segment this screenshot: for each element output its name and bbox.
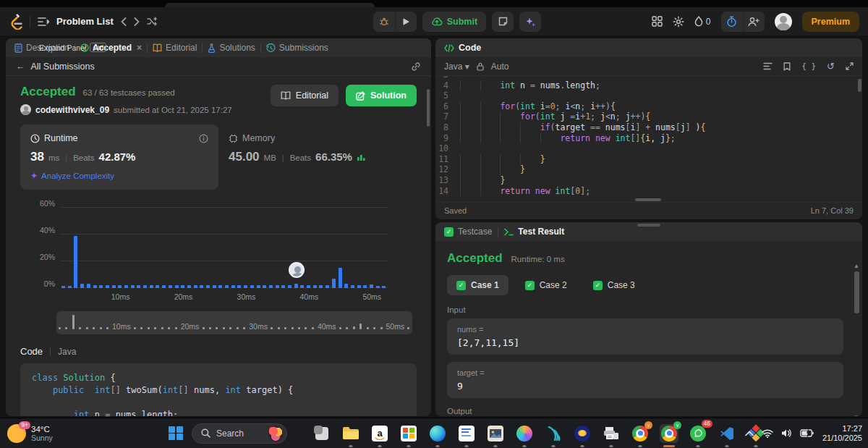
runtime-bar[interactable] [339,268,342,288]
chrome-profile1-icon[interactable]: v [631,424,650,443]
run-icon[interactable] [395,12,417,32]
analyze-complexity-link[interactable]: ✦ Analyze Complexity [30,171,208,181]
runtime-bar[interactable] [87,284,90,288]
task-view-icon[interactable] [312,424,331,443]
vscode-icon[interactable] [718,424,736,443]
runtime-bar[interactable] [118,285,122,288]
runtime-bar[interactable] [200,285,203,288]
runtime-bar[interactable] [206,285,210,288]
case-1-button[interactable]: ✓Case 1 [447,275,509,295]
runtime-bar[interactable] [231,285,235,288]
chevron-left-icon[interactable] [121,12,127,32]
runtime-bar[interactable] [351,285,354,288]
runtime-bar[interactable] [124,285,128,288]
tab-description[interactable]: Description [14,43,69,53]
runtime-bar[interactable] [307,285,310,288]
runtime-bar[interactable] [181,285,184,288]
network-arcs-icon[interactable] [544,424,563,443]
chart-range-brush[interactable]: 10ms20ms30ms40ms50ms [56,311,412,334]
tab-submissions[interactable]: Submissions [266,43,328,53]
runtime-bar[interactable] [300,285,304,288]
timer-icon[interactable] [721,12,743,32]
submit-button[interactable]: Submit [422,12,486,32]
runtime-bar[interactable] [150,285,153,288]
invite-user-icon[interactable] [743,12,765,32]
runtime-bar[interactable] [357,285,361,288]
layout-grid-icon[interactable] [652,16,663,27]
share-link-icon[interactable] [411,62,421,72]
ms-store-icon[interactable] [399,424,418,443]
search-highlight-icon[interactable] [268,426,284,441]
runtime-bar[interactable] [187,285,191,288]
editor-line[interactable]: 8if(target == nums[i] + nums[j] ){ [435,122,862,133]
braces-icon[interactable]: { } [801,62,816,71]
runtime-bar[interactable] [225,285,229,288]
tab-editorial[interactable]: Editorial [153,43,197,53]
editorial-button[interactable]: Editorial [271,85,339,106]
runtime-bar[interactable] [332,279,336,288]
close-icon[interactable]: × [137,43,142,53]
runtime-bar[interactable] [276,285,279,288]
tray-chevron-icon[interactable] [745,431,754,436]
editor-line[interactable]: 11} [435,154,862,165]
runtime-bar[interactable] [382,286,386,288]
shuffle-icon[interactable] [147,12,158,32]
runtime-bar[interactable] [137,285,140,288]
sparkles-icon[interactable] [519,12,541,32]
copilot-icon[interactable] [515,424,534,443]
file-explorer-icon[interactable] [341,424,360,443]
wifi-icon[interactable] [762,429,773,438]
runtime-bar[interactable] [194,285,197,288]
runtime-bar[interactable] [143,285,147,288]
streak-counter[interactable]: 0 [694,16,711,27]
runtime-bar[interactable] [169,285,172,288]
code-editor[interactable]: 34int n = nums.length;56for(int i=0; i<n… [435,76,862,202]
search-bar[interactable]: Search [192,423,287,444]
editor-vertical-scrollbar[interactable] [858,79,861,92]
editor-line[interactable]: 6for(int i=0; i<n; i++){ [435,101,862,112]
gear-icon[interactable] [673,16,684,28]
editor-line[interactable]: 4int n = nums.length; [435,80,862,91]
runtime-bar[interactable] [112,285,116,288]
runtime-bar[interactable] [370,284,373,288]
tab-testcase[interactable]: ✓ Testcase [444,227,492,237]
runtime-bar[interactable] [281,285,285,288]
my-submission-marker[interactable] [289,262,305,278]
submitted-code-block[interactable]: class Solution { public int[] twoSum(int… [20,363,417,416]
runtime-bar[interactable] [237,285,241,288]
runtime-bar[interactable] [288,285,292,288]
runtime-bar[interactable] [326,285,329,288]
case-2-button[interactable]: ✓Case 2 [516,275,576,295]
runtime-bar[interactable] [344,284,348,288]
info-icon[interactable] [199,134,208,143]
whatsapp-icon[interactable]: 46 [689,424,707,443]
runtime-bar[interactable] [319,285,323,288]
runtime-bar[interactable] [257,285,260,288]
leetcode-logo[interactable] [9,14,22,30]
taskbar-clock[interactable]: 17:27 21/10/2025 [822,424,862,443]
runtime-bar[interactable] [156,285,159,288]
tab-solutions[interactable]: Solutions [208,43,255,53]
runtime-bar[interactable] [218,285,222,288]
volume-icon[interactable] [781,428,792,438]
editor-horizontal-scrollbar[interactable] [635,198,661,201]
runtime-bar[interactable] [74,236,77,288]
runtime-bar[interactable] [131,285,135,288]
runtime-bar[interactable] [162,285,166,288]
runtime-bar[interactable] [269,285,273,288]
jiocinema-icon[interactable] [573,424,592,443]
panel-drag-handle[interactable] [637,224,660,227]
runtime-bar[interactable] [68,286,72,288]
runtime-bar[interactable] [80,284,84,288]
runtime-card[interactable]: Runtime 38 ms | Beats 42.87% ✦ Analyze C… [20,124,218,190]
chevron-right-icon[interactable] [134,12,140,32]
runtime-bar[interactable] [61,286,65,288]
debug-icon[interactable] [373,12,395,32]
editor-line[interactable]: 9return new int[]{i, j}; [435,133,862,144]
start-button[interactable] [165,423,187,444]
username[interactable]: codewithvivek_09 [35,105,109,115]
playlist-icon[interactable] [38,17,49,27]
chrome-profile2-icon[interactable]: v [660,424,678,443]
runtime-bar[interactable] [244,285,247,288]
runtime-distribution-chart[interactable]: 0%20%40%60%10ms20ms30ms40ms50ms [20,197,417,304]
